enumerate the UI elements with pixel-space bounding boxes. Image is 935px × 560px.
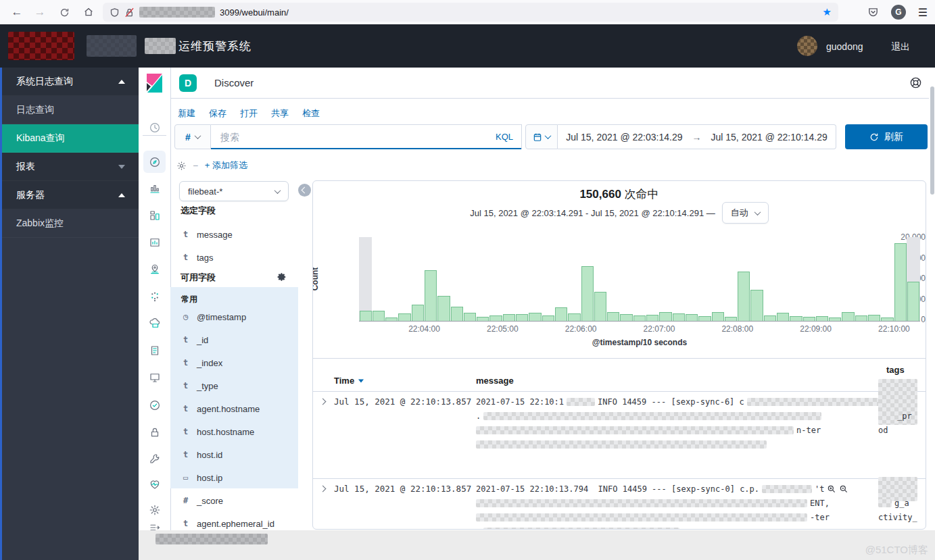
histogram-bar[interactable] [516, 314, 528, 321]
sidebar-item-zabbix-monitor[interactable]: Zabbix监控 [0, 209, 139, 238]
toolbar-link-2[interactable]: 打开 [240, 107, 258, 120]
rail-item-dashboard[interactable] [143, 204, 166, 226]
histogram-bar[interactable] [385, 317, 398, 321]
histogram-bar[interactable] [686, 314, 698, 321]
histogram-bar[interactable] [881, 317, 893, 321]
histogram-bar[interactable] [555, 307, 567, 321]
sidebar-item-kibana-query[interactable]: Kibana查询 [0, 124, 139, 153]
search-input[interactable] [219, 131, 490, 143]
pocket-button[interactable] [864, 3, 882, 21]
field-item-agent.ephemeral_id[interactable]: tagent.ephemeral_id [181, 516, 274, 531]
histogram-bar[interactable] [777, 313, 789, 321]
histogram-bar[interactable] [803, 317, 815, 321]
rail-item-metrics[interactable] [143, 366, 166, 388]
rail-item-recently-viewed[interactable] [143, 116, 166, 138]
zoom-in-out-icons[interactable] [827, 484, 848, 494]
histogram-bar[interactable] [842, 312, 854, 321]
histogram-bar[interactable] [698, 316, 711, 321]
histogram-bar[interactable] [633, 315, 646, 321]
toolbar-link-0[interactable]: 新建 [178, 107, 195, 120]
browser-forward-button[interactable]: → [31, 3, 49, 21]
expand-row-button[interactable] [320, 399, 327, 405]
range-end[interactable]: Jul 15, 2021 @ 22:10:14.29 [711, 132, 828, 143]
browser-reload-button[interactable] [55, 3, 73, 21]
rail-item-apm[interactable] [143, 339, 166, 361]
range-start[interactable]: Jul 15, 2021 @ 22:03:14.29 [566, 132, 682, 143]
sidebar-item-server[interactable]: 服务器 [0, 181, 139, 209]
column-header-time[interactable]: Time [334, 376, 364, 386]
histogram-bar[interactable] [894, 243, 907, 321]
histogram-bar[interactable] [790, 316, 802, 321]
histogram-bar[interactable] [855, 315, 867, 321]
date-range-picker[interactable]: Jul 15, 2021 @ 22:03:14.29 → Jul 15, 202… [558, 124, 836, 149]
field-item-tags[interactable]: ttags [181, 250, 214, 265]
histogram-bar[interactable] [659, 312, 671, 321]
filter-settings-gear-icon[interactable] [176, 161, 187, 171]
user-avatar[interactable] [797, 36, 817, 56]
histogram-bar[interactable] [568, 313, 580, 321]
histogram-bar[interactable] [529, 313, 541, 321]
field-item-_id[interactable]: t_id [181, 332, 208, 347]
sidebar-item-report[interactable]: 报表 [0, 153, 139, 181]
toolbar-link-3[interactable]: 共享 [271, 107, 289, 120]
histogram-bar[interactable] [764, 315, 776, 321]
toolbar-link-1[interactable]: 保存 [209, 107, 226, 120]
histogram-bar[interactable] [425, 270, 437, 321]
expand-row-button[interactable] [320, 486, 327, 492]
histogram-bar[interactable] [489, 315, 502, 321]
histogram-bar[interactable] [360, 311, 372, 321]
interval-select[interactable]: 自动 [722, 202, 769, 224]
sidebar-item-system-log-query[interactable]: 系统日志查询 [0, 68, 139, 96]
histogram-bar[interactable] [607, 312, 619, 321]
url-bar[interactable]: 3099/webui/main/ ★ [103, 3, 838, 22]
histogram-bar[interactable] [464, 313, 476, 321]
histogram-bar[interactable] [398, 313, 410, 321]
histogram-bar[interactable] [725, 317, 737, 321]
histogram-bar[interactable] [437, 296, 450, 321]
histogram-bar[interactable] [581, 266, 594, 321]
field-item-@timestamp[interactable]: ◷@timestamp [181, 309, 246, 324]
field-item-_type[interactable]: t_type [181, 378, 218, 393]
rail-item-siem[interactable] [143, 421, 166, 443]
field-item-agent.hostname[interactable]: tagent.hostname [181, 401, 260, 416]
histogram-bar[interactable] [477, 317, 489, 321]
histogram-bar[interactable] [503, 314, 515, 321]
browser-menu-button[interactable]: ☰ [914, 3, 932, 21]
histogram-bar[interactable] [451, 307, 463, 321]
field-item-host.ip[interactable]: ▭host.ip [181, 470, 222, 485]
shield-permissions-icon[interactable] [110, 7, 120, 18]
histogram-bar[interactable] [907, 282, 919, 321]
histogram-bar[interactable] [673, 313, 685, 321]
insecure-lock-icon[interactable] [124, 7, 135, 18]
scrollbar-thumb[interactable] [930, 86, 934, 195]
histogram-bar[interactable] [712, 312, 724, 321]
index-pattern-select[interactable]: filebeat-* [179, 181, 289, 201]
histogram-bar[interactable] [829, 317, 841, 321]
date-quick-select-button[interactable] [525, 124, 558, 149]
histogram-bar[interactable] [816, 316, 828, 321]
rail-item-discover[interactable] [143, 151, 166, 173]
refresh-button[interactable]: 刷新 [845, 124, 928, 149]
breadcrumb[interactable]: Discover [214, 77, 254, 88]
collapse-fields-button[interactable] [298, 184, 311, 197]
rail-item-visualize[interactable] [143, 177, 166, 199]
rail-item-dev-tools[interactable] [143, 447, 166, 469]
histogram-bar[interactable] [412, 305, 424, 321]
help-button[interactable] [909, 76, 922, 89]
browser-back-button[interactable]: ← [8, 3, 26, 21]
histogram-bar[interactable] [594, 292, 606, 321]
rail-item-machine-learning[interactable] [143, 285, 166, 307]
rail-item-uptime[interactable] [143, 394, 166, 416]
field-settings-gear-icon[interactable] [277, 272, 287, 282]
rail-item-canvas[interactable] [143, 231, 166, 253]
field-item-host.id[interactable]: thost.id [181, 447, 222, 462]
rail-item-stack-monitoring[interactable] [143, 473, 166, 495]
histogram-bar[interactable] [738, 272, 750, 321]
toolbar-link-4[interactable]: 检查 [302, 107, 320, 120]
field-item-host.hostname[interactable]: thost.hostname [181, 424, 254, 439]
browser-home-button[interactable] [80, 3, 97, 21]
kibana-logo[interactable] [145, 73, 164, 93]
rail-item-maps[interactable] [143, 258, 166, 280]
histogram-bar[interactable] [750, 290, 763, 321]
browser-account-button[interactable]: G [890, 3, 907, 21]
